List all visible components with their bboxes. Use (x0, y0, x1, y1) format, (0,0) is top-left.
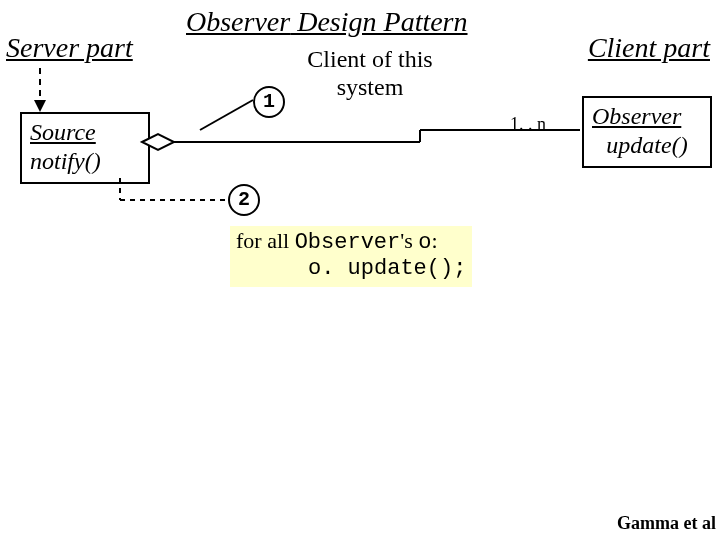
note-mid: 's (400, 228, 418, 253)
observer-class-box: Observer update() (582, 96, 712, 168)
svg-line-6 (200, 100, 253, 130)
source-class-name: Source (30, 119, 96, 145)
multiplicity-label: 1. . n (510, 114, 546, 135)
note-o: o (418, 230, 431, 255)
client-of-this-line1: Client of this (307, 46, 432, 72)
diagram-title: Observer Design Pattern (186, 6, 468, 38)
client-part-label: Client part (588, 32, 710, 64)
note-line2: o. update(); (236, 256, 466, 282)
svg-marker-1 (34, 100, 46, 112)
client-of-this-system-label: Client of this system (270, 46, 470, 101)
observer-method: update() (592, 131, 702, 160)
title-rest: Design Pattern (290, 6, 467, 37)
step-2-badge: 2 (228, 184, 260, 216)
note-prefix: for all (236, 228, 295, 253)
note-observer: Observer (295, 230, 401, 255)
source-method: notify() (30, 148, 101, 174)
source-class-box: Source notify() (20, 112, 150, 184)
citation: Gamma et al (617, 513, 716, 534)
step-1-badge: 1 (253, 86, 285, 118)
client-of-this-line2: system (337, 74, 404, 100)
pseudocode-note: for all Observer's o: o. update(); (230, 226, 472, 287)
note-colon: : (432, 228, 438, 253)
server-part-label: Server part (6, 32, 133, 64)
title-observer: Observer (186, 6, 290, 37)
observer-class-name: Observer (592, 103, 681, 129)
